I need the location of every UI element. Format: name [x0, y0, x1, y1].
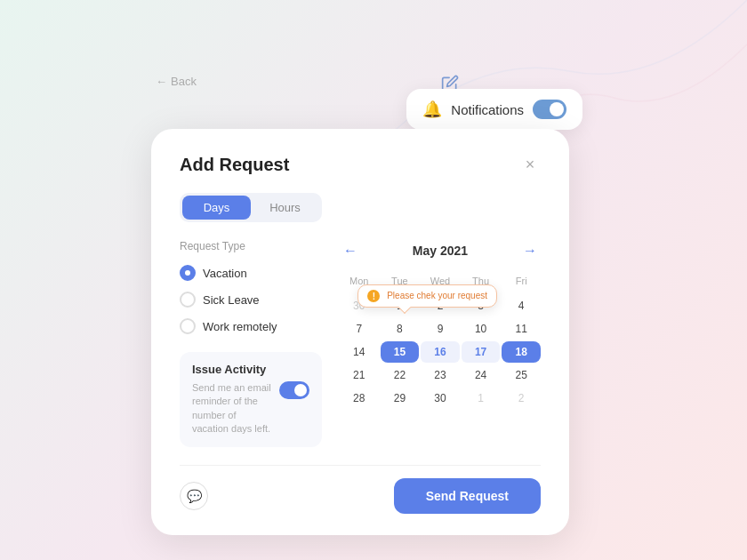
- left-column: Request Type Vacation Sick Leave Work re…: [180, 240, 322, 447]
- bell-icon: 🔔: [422, 100, 442, 119]
- notifications-toggle[interactable]: [533, 100, 566, 119]
- modal-body: Request Type Vacation Sick Leave Work re…: [180, 240, 541, 447]
- cal-cell-28[interactable]: 28: [340, 388, 379, 409]
- cal-cell-2-jun[interactable]: 2: [502, 388, 541, 409]
- notifications-card: 🔔 Notifications: [406, 89, 582, 130]
- cal-cell-4[interactable]: 4: [502, 295, 541, 316]
- tab-days[interactable]: Days: [182, 196, 251, 220]
- radio-circle-sick: [180, 292, 196, 308]
- calendar-grid: Mon Tue Wed Thu Fri 30 1 2 3 4 7 8 Pleas…: [340, 272, 541, 409]
- radio-circle-remote: [180, 318, 196, 334]
- help-icon: 💬: [187, 489, 202, 503]
- issue-activity-box: Issue Activity Send me an email reminder…: [180, 352, 322, 447]
- issue-activity-toggle[interactable]: [279, 381, 309, 399]
- calendar-month-year: May 2021: [413, 244, 468, 258]
- radio-label-vacation: Vacation: [203, 267, 247, 280]
- cal-cell-30-may[interactable]: 30: [421, 388, 460, 409]
- send-request-button[interactable]: Send Request: [394, 478, 541, 514]
- request-type-label: Request Type: [180, 240, 322, 252]
- cal-cell-10[interactable]: 10: [462, 318, 501, 340]
- cal-cell-23[interactable]: 23: [421, 364, 460, 386]
- cal-cell-22[interactable]: 22: [381, 364, 420, 386]
- cal-cell-11[interactable]: 11: [502, 318, 541, 340]
- close-button[interactable]: ×: [519, 154, 541, 175]
- tab-switcher: Days Hours: [180, 193, 322, 222]
- issue-activity-desc: Send me an email reminder of the number …: [192, 381, 272, 436]
- calendar-header: ← May 2021 →: [340, 240, 541, 261]
- cal-cell-15[interactable]: 15: [381, 341, 420, 363]
- cal-prev-button[interactable]: ←: [340, 240, 361, 261]
- radio-work-remotely[interactable]: Work remotely: [180, 318, 322, 334]
- cal-cell-16[interactable]: 16: [421, 341, 460, 363]
- cal-cell-29[interactable]: 29: [381, 388, 420, 409]
- cal-next-button[interactable]: →: [519, 240, 541, 261]
- cal-cell-25[interactable]: 25: [502, 364, 541, 386]
- radio-label-remote: Work remotely: [203, 320, 277, 333]
- modal-footer: 💬 Send Request: [180, 465, 541, 514]
- cal-cell-21[interactable]: 21: [340, 364, 379, 386]
- back-label: Back: [171, 75, 197, 88]
- cal-cell-18[interactable]: 18: [502, 341, 541, 363]
- radio-group: Vacation Sick Leave Work remotely: [180, 265, 322, 334]
- issue-activity-title: Issue Activity: [192, 363, 309, 376]
- cal-cell-1-jun[interactable]: 1: [462, 388, 501, 409]
- notifications-label: Notifications: [451, 102, 524, 117]
- cal-header-fri: Fri: [502, 272, 541, 293]
- back-arrow-icon: ←: [156, 75, 167, 88]
- radio-vacation[interactable]: Vacation: [180, 265, 322, 281]
- calendar: ← May 2021 → Mon Tue Wed Thu Fri 30 1 2 …: [340, 240, 541, 447]
- help-icon-button[interactable]: 💬: [180, 482, 208, 510]
- modal-title: Add Request: [180, 155, 289, 175]
- back-button[interactable]: ← Back: [156, 75, 197, 88]
- radio-label-sick: Sick Leave: [203, 293, 260, 307]
- cal-cell-9[interactable]: 9: [421, 318, 460, 340]
- cal-cell-17[interactable]: 17: [462, 341, 501, 363]
- cal-cell-7[interactable]: 7: [340, 318, 379, 340]
- radio-sick-leave[interactable]: Sick Leave: [180, 292, 322, 308]
- radio-circle-vacation: [180, 265, 196, 281]
- cal-cell-24[interactable]: 24: [462, 364, 501, 386]
- tooltip-bubble: Please chek your request: [357, 284, 497, 308]
- tab-hours[interactable]: Hours: [251, 196, 319, 220]
- issue-activity-row: Send me an email reminder of the number …: [192, 381, 309, 436]
- cal-cell-14[interactable]: 14: [340, 341, 379, 363]
- modal-header: Add Request ×: [180, 154, 541, 175]
- cal-cell-8[interactable]: 8 Please chek your request: [381, 318, 420, 340]
- add-request-modal: Add Request × Days Hours Request Type Va…: [151, 129, 569, 535]
